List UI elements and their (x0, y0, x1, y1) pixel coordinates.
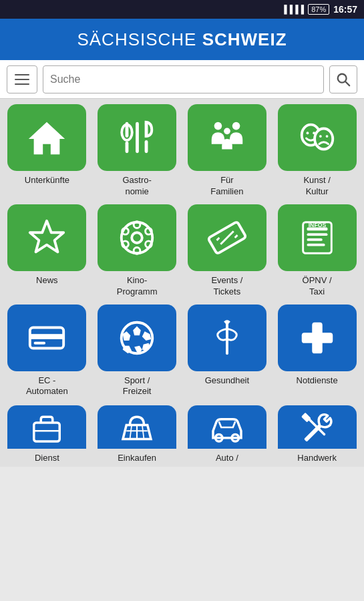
label-familien: FürFamilien (210, 175, 243, 200)
svg-rect-51 (34, 423, 60, 441)
infos-icon: INFOS (297, 217, 338, 258)
label-ec: EC -Automaten (26, 375, 68, 401)
grid-item-auto[interactable]: Auto / (184, 405, 270, 467)
grid-item-handwerk[interactable]: Handwerk (274, 405, 360, 467)
icon-box-einkaufen (98, 405, 176, 449)
grid-item-news[interactable]: News (4, 204, 90, 300)
svg-point-23 (122, 228, 129, 234)
star-icon (26, 217, 67, 258)
svg-point-13 (306, 132, 309, 134)
battery-indicator: 87% (308, 4, 329, 15)
title-bold: SCHWEIZ (202, 29, 287, 49)
icon-box-ec (7, 305, 86, 371)
svg-point-16 (319, 135, 322, 138)
svg-point-26 (146, 241, 152, 248)
svg-marker-42 (123, 331, 131, 341)
grid-item-dienst[interactable]: Dienst (4, 405, 90, 467)
film-reel-icon (116, 217, 158, 258)
svg-rect-4 (126, 142, 129, 153)
svg-rect-38 (30, 334, 63, 339)
icon-box-familien (188, 104, 266, 171)
svg-line-30 (235, 235, 238, 238)
briefcase-icon (28, 409, 65, 446)
grid-item-gastronomie[interactable]: Gastro-nomie (94, 104, 180, 200)
theater-icon (297, 117, 338, 158)
search-input[interactable] (50, 73, 317, 85)
card-icon (26, 317, 67, 359)
label-opnv: ÖPNV /Taxi (303, 275, 332, 300)
app-title: SÄCHSISCHE SCHWEIZ (77, 29, 287, 50)
icon-box-notdienste (278, 305, 357, 371)
partial-grid: Dienst Einkaufen Auto / (0, 405, 364, 467)
svg-rect-34 (307, 238, 322, 241)
grid-item-kunst[interactable]: Kunst /Kultur (274, 104, 360, 200)
label-news: News (36, 275, 58, 289)
icon-box-unterkunfte (7, 104, 86, 171)
grid-item-gesundheit[interactable]: Gesundheit (184, 305, 270, 401)
svg-line-29 (216, 238, 219, 240)
basket-icon (118, 409, 156, 446)
cutlery-icon (116, 117, 158, 158)
icon-box-auto (188, 405, 266, 449)
hamburger-button[interactable] (7, 65, 37, 93)
grid-item-einkaufen[interactable]: Einkaufen (94, 405, 180, 467)
label-sport: Sport /Freizeit (123, 375, 152, 401)
home-icon (26, 117, 67, 158)
label-auto: Auto / (216, 453, 238, 467)
svg-point-21 (134, 222, 140, 228)
svg-point-17 (325, 135, 328, 138)
grid-item-events[interactable]: Events /Tickets (184, 204, 270, 300)
svg-text:INFOS: INFOS (308, 221, 326, 228)
icon-box-events (188, 204, 266, 271)
icon-box-gesundheit (188, 305, 266, 371)
svg-point-25 (122, 241, 129, 248)
svg-point-22 (134, 247, 140, 254)
svg-line-28 (220, 231, 233, 244)
search-bar (0, 60, 364, 99)
svg-rect-33 (307, 233, 327, 236)
clock: 16:57 (333, 4, 357, 15)
search-icon (336, 72, 351, 87)
grid-item-familien[interactable]: FürFamilien (184, 104, 270, 200)
icon-box-handwerk (278, 405, 357, 449)
svg-line-1 (345, 81, 349, 85)
label-handwerk: Handwerk (297, 453, 337, 467)
grid-item-sport[interactable]: Sport /Freizeit (94, 305, 180, 401)
svg-rect-35 (307, 244, 325, 246)
search-input-wrapper[interactable] (43, 65, 324, 93)
label-gesundheit: Gesundheit (205, 375, 250, 389)
svg-rect-8 (145, 140, 148, 153)
svg-point-20 (132, 232, 142, 243)
svg-point-15 (315, 128, 333, 149)
label-kino: Kino-Programm (117, 275, 158, 300)
svg-marker-2 (29, 122, 65, 154)
grid-item-notdienste[interactable]: Notdienste (274, 305, 360, 401)
grid-item-opnv[interactable]: INFOS ÖPNV /Taxi (274, 204, 360, 300)
hamburger-line-2 (15, 79, 29, 80)
title-regular: SÄCHSISCHE (77, 29, 202, 49)
grid-item-ec[interactable]: EC -Automaten (4, 305, 90, 401)
grid-item-unterkunfte[interactable]: Unterkünfte (4, 104, 90, 200)
icon-box-kunst (278, 104, 357, 171)
grid-item-kino[interactable]: Kino-Programm (94, 204, 180, 300)
svg-line-56 (142, 425, 144, 439)
icon-box-dienst (7, 405, 86, 449)
svg-point-9 (214, 122, 222, 130)
svg-point-48 (225, 320, 229, 324)
icon-box-news (7, 204, 86, 271)
status-bar: ▐▐▐▐ 87% 16:57 (0, 0, 364, 19)
svg-point-11 (224, 128, 230, 134)
search-button[interactable] (329, 65, 357, 93)
health-icon (206, 317, 248, 359)
label-kunst: Kunst /Kultur (303, 175, 330, 200)
svg-marker-18 (30, 221, 63, 252)
cross-icon (297, 317, 338, 359)
hamburger-line-3 (15, 83, 29, 85)
label-unterkunfte: Unterkünfte (25, 175, 69, 189)
svg-line-55 (130, 425, 132, 439)
svg-point-10 (232, 122, 240, 130)
icon-box-gastronomie (98, 104, 176, 171)
svg-point-24 (146, 228, 152, 234)
svg-marker-44 (142, 331, 152, 341)
hamburger-line-1 (15, 74, 29, 75)
